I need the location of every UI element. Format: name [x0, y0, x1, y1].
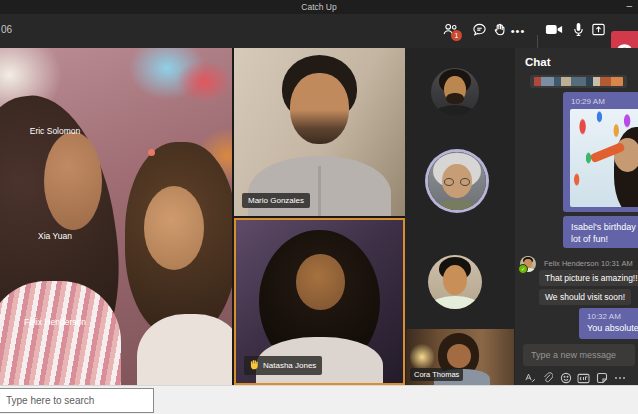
call-toolbar: 06 1 •••	[0, 14, 638, 48]
chat-message-received: That picture is amazing!!	[539, 270, 638, 286]
chat-message-received: We should visit soon!	[539, 289, 631, 305]
more-icon[interactable]	[613, 372, 626, 385]
presence-available-icon: ✓	[518, 264, 528, 274]
video-tile-family	[0, 48, 232, 385]
name-label-mario: Mario Gonzales	[242, 193, 310, 208]
emoji-icon[interactable]	[559, 372, 572, 385]
participant-name: Eric Solomon	[0, 126, 110, 136]
raised-hand-status-icon	[250, 359, 259, 372]
participants-badge: 1	[451, 30, 462, 41]
chat-message-sent-photo: 10:29 AM	[563, 92, 638, 212]
participant-name: Xia Yuan	[0, 231, 110, 241]
windows-taskbar: ✓ 10: 4/	[0, 385, 638, 414]
compose-box	[523, 344, 635, 366]
call-timer: 06	[1, 24, 12, 35]
raise-hand-button[interactable]	[490, 22, 508, 40]
share-screen-icon	[591, 22, 606, 41]
chat-bubble-icon	[472, 22, 487, 41]
avatar-felix-henderson	[428, 255, 482, 309]
video-tile-natasha-active-speaker: Natasha Jones	[234, 218, 405, 385]
video-tile-mario: Mario Gonzales	[234, 48, 405, 216]
compose-toolbar	[523, 370, 635, 386]
meeting-title: Catch Up	[0, 2, 638, 12]
title-bar: Catch Up –	[0, 0, 638, 14]
camera-icon	[545, 22, 563, 40]
more-options-button[interactable]: •••	[509, 22, 527, 40]
message-sender: Felix Henderson	[544, 259, 599, 268]
chat-message-sent-text: 10:32 AM You absolute	[579, 308, 638, 339]
more-options-icon: •••	[511, 25, 526, 37]
avatar-xia-yuan-speaking	[428, 152, 486, 210]
raise-hand-icon	[492, 22, 507, 41]
avatar-eric-solomon	[431, 68, 479, 116]
message-timestamp: 10:29 AM	[571, 97, 638, 106]
message-input[interactable]	[523, 344, 635, 366]
chat-message-clipped-image	[530, 75, 627, 88]
mic-icon	[573, 22, 584, 41]
search-input[interactable]	[0, 389, 153, 412]
taskbar-search-box[interactable]	[0, 388, 154, 413]
gif-icon[interactable]	[577, 372, 590, 385]
attach-icon[interactable]	[541, 372, 554, 385]
name-label-natasha: Natasha Jones	[244, 356, 322, 375]
mic-button[interactable]	[569, 22, 587, 40]
sticker-icon[interactable]	[595, 372, 608, 385]
chat-panel: Chat 10:29 AM Isabel's birthday par lot …	[515, 48, 638, 385]
chat-header: Chat	[525, 56, 551, 68]
camera-button[interactable]	[545, 22, 563, 40]
share-screen-button[interactable]	[589, 22, 607, 40]
minimize-button[interactable]: –	[626, 0, 632, 11]
message-timestamp: 10:32 AM	[587, 312, 638, 321]
chat-message-sent-text: Isabel's birthday par lot of fun!	[563, 216, 638, 248]
video-tile-cora: Cora Thomas	[406, 329, 514, 385]
birthday-party-photo	[570, 109, 638, 207]
name-label-cora: Cora Thomas	[410, 368, 463, 381]
format-icon[interactable]	[523, 372, 536, 385]
show-chat-button[interactable]	[470, 22, 488, 40]
chat-avatar-felix: ✓	[520, 256, 536, 272]
message-timestamp: 10:31 AM	[601, 259, 633, 268]
teams-meeting-window: Catch Up – 06 1 •••	[0, 0, 638, 414]
participant-name: Felix Henderson	[0, 317, 110, 327]
